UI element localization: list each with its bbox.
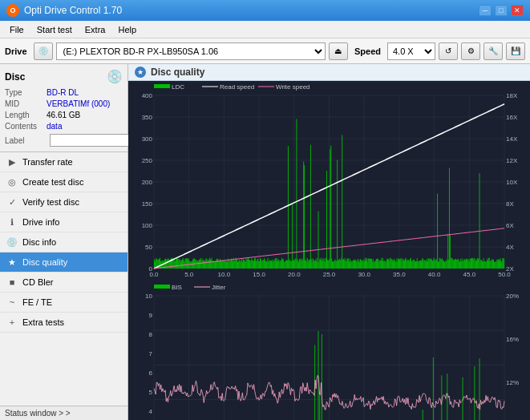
disc-quality-title: Disc quality [151, 67, 204, 78]
sidebar-item-disc-quality[interactable]: ★ Disc quality [0, 252, 127, 273]
drive-info-icon: ℹ [6, 216, 18, 228]
menu-start-test[interactable]: Start test [30, 23, 79, 36]
close-button[interactable]: ✕ [511, 5, 524, 16]
disc-length-row: Length 46.61 GB [5, 110, 123, 121]
sidebar-item-create-test-disc[interactable]: ◎ Create test disc [0, 172, 127, 192]
drive-label: Drive [5, 46, 27, 56]
sidebar-item-fe-te[interactable]: ~ FE / TE [0, 293, 127, 313]
disc-type-value: BD-R DL [47, 87, 79, 99]
sidebar-item-drive-info[interactable]: ℹ Drive info [0, 212, 127, 232]
disc-contents-row: Contents data [5, 121, 123, 132]
disc-contents-label: Contents [5, 121, 47, 132]
disc-mid-value: VERBATIMf (000) [47, 99, 110, 110]
disc-label-row: Label 🔍 [5, 134, 123, 147]
menu-bar: File Start test Extra Help [0, 21, 530, 38]
status-window-label: Status window > > [5, 409, 71, 418]
transfer-rate-icon: ▶ [6, 156, 18, 168]
settings-button1[interactable]: ⚙ [461, 42, 480, 60]
sidebar-item-transfer-rate[interactable]: ▶ Transfer rate [0, 152, 127, 172]
disc-length-label: Length [5, 110, 47, 121]
disc-title: Disc [5, 71, 25, 83]
verify-test-disc-icon: ✓ [6, 196, 18, 208]
bis-jitter-chart [128, 281, 530, 420]
save-button[interactable]: 💾 [506, 42, 525, 60]
disc-quality-label: Disc quality [22, 257, 67, 267]
disc-type-row: Type BD-R DL [5, 87, 123, 99]
menu-help[interactable]: Help [111, 23, 143, 36]
extra-tests-label: Extra tests [22, 317, 64, 327]
disc-icon[interactable]: 💿 [107, 69, 123, 84]
disc-header: Disc 💿 [5, 69, 123, 84]
speed-label: Speed [354, 46, 381, 56]
disc-quality-icon: ★ [6, 256, 18, 268]
disc-contents-value: data [47, 121, 62, 132]
speed-select[interactable]: 4.0 X [387, 42, 435, 60]
cd-bler-icon: ■ [6, 277, 18, 288]
menu-file[interactable]: File [3, 23, 30, 36]
menu-extra[interactable]: Extra [79, 23, 112, 36]
fe-te-label: FE / TE [22, 297, 52, 307]
sidebar: Disc 💿 Type BD-R DL MID VERBATIMf (000) … [0, 64, 128, 420]
disc-info-label: Disc info [22, 237, 56, 247]
disc-info-icon: 💿 [6, 236, 18, 248]
extra-tests-icon: + [6, 317, 18, 328]
refresh-button[interactable]: ↺ [439, 42, 458, 60]
eject-button[interactable]: ⏏ [329, 42, 348, 60]
disc-mid-row: MID VERBATIMf (000) [5, 99, 123, 110]
drive-icon-btn[interactable]: 💿 [34, 42, 53, 60]
content-panel: ★ Disc quality LDC BIS Jitter Speed 1.73 [128, 64, 530, 420]
sidebar-item-extra-tests[interactable]: + Extra tests [0, 313, 127, 333]
settings-button2[interactable]: 🔧 [483, 42, 503, 60]
status-window[interactable]: Status window > > [0, 406, 127, 420]
title-bar-left: O Opti Drive Control 1.70 [6, 4, 122, 17]
window-controls: ─ □ ✕ [479, 5, 524, 16]
disc-quality-header: ★ Disc quality [128, 64, 530, 81]
ldc-chart [128, 81, 530, 281]
drive-info-label: Drive info [22, 217, 59, 227]
nav-items: ▶ Transfer rate ◎ Create test disc ✓ Ver… [0, 152, 127, 406]
create-test-disc-icon: ◎ [6, 176, 18, 188]
title-bar: O Opti Drive Control 1.70 ─ □ ✕ [0, 0, 530, 21]
sidebar-item-disc-info[interactable]: 💿 Disc info [0, 232, 127, 252]
sidebar-item-cd-bler[interactable]: ■ CD Bler [0, 273, 127, 293]
charts-area [128, 81, 530, 420]
drive-toolbar: Drive 💿 (E:) PLEXTOR BD-R PX-LB950SA 1.0… [0, 38, 530, 64]
disc-length-value: 46.61 GB [47, 110, 80, 121]
disc-type-label: Type [5, 87, 47, 99]
main-layout: Disc 💿 Type BD-R DL MID VERBATIMf (000) … [0, 64, 530, 420]
disc-label-label: Label [5, 136, 47, 145]
disc-mid-label: MID [5, 99, 47, 110]
sidebar-item-verify-test-disc[interactable]: ✓ Verify test disc [0, 192, 127, 212]
verify-test-disc-label: Verify test disc [22, 197, 79, 207]
drive-select[interactable]: (E:) PLEXTOR BD-R PX-LB950SA 1.06 [56, 42, 326, 60]
transfer-rate-label: Transfer rate [22, 157, 73, 167]
fe-te-icon: ~ [6, 297, 18, 308]
app-icon: O [6, 4, 19, 17]
app-title: Opti Drive Control 1.70 [24, 5, 122, 16]
disc-quality-header-icon: ★ [135, 67, 146, 78]
disc-panel: Disc 💿 Type BD-R DL MID VERBATIMf (000) … [0, 64, 127, 152]
cd-bler-label: CD Bler [22, 277, 54, 287]
maximize-button[interactable]: □ [495, 5, 508, 16]
create-test-disc-label: Create test disc [22, 177, 83, 187]
minimize-button[interactable]: ─ [479, 5, 492, 16]
